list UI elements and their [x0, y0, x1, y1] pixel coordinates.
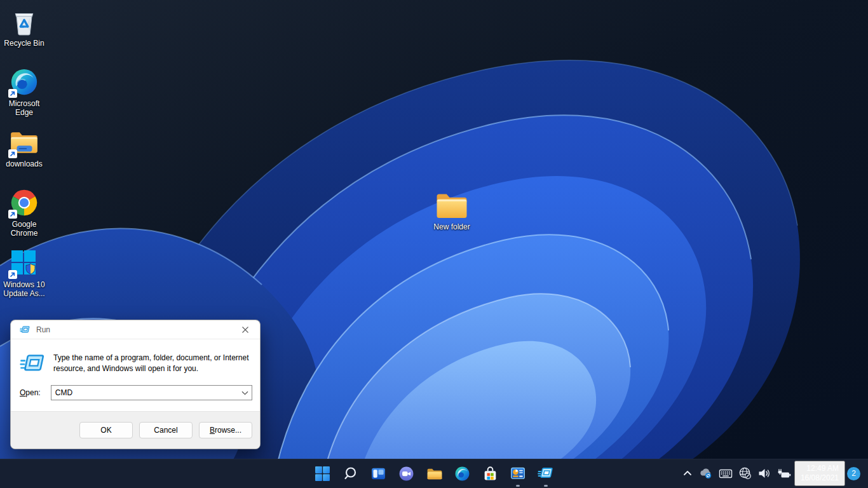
onedrive-tray-button[interactable]: [696, 461, 716, 486]
system-configuration-icon: [510, 465, 526, 482]
volume-icon: [757, 467, 771, 480]
start-button[interactable]: [308, 461, 336, 486]
onedrive-sync-icon: [698, 467, 714, 480]
run-app-button[interactable]: [532, 461, 560, 486]
run-dialog-title: Run: [36, 325, 50, 334]
edge-button[interactable]: [448, 461, 476, 486]
file-explorer-button[interactable]: [420, 461, 448, 486]
desktop-icon-microsoft-edge[interactable]: Microsoft Edge: [0, 64, 48, 125]
desktop-icon-label: Microsoft Edge: [1, 99, 47, 117]
desktop-icon-recycle-bin[interactable]: Recycle Bin: [0, 4, 48, 64]
shortcut-arrow-icon: [8, 89, 17, 98]
clock[interactable]: 12:49 AM 16/08/2021: [794, 461, 845, 486]
system-tray: 12:49 AM 16/08/2021 2: [679, 459, 868, 488]
recycle-bin-icon: [10, 7, 39, 36]
desktop-icon-label: Recycle Bin: [4, 39, 44, 48]
hidden-icons-chevron[interactable]: [679, 461, 696, 486]
system-configuration-button[interactable]: [504, 461, 532, 486]
open-field-label: Open:: [20, 388, 51, 397]
tray-time: 12:49 AM: [806, 464, 839, 473]
desktop-icon-label: Google Chrome: [1, 220, 47, 238]
desktop-icon-downloads[interactable]: downloads: [0, 125, 48, 185]
shortcut-arrow-icon: [8, 270, 17, 279]
combobox-dropdown-icon[interactable]: [238, 386, 252, 400]
run-app-icon: [20, 325, 31, 334]
shortcut-arrow-icon: [8, 149, 17, 158]
volume-tray-button[interactable]: [755, 461, 774, 486]
desktop-icon-label: Windows 10 Update As...: [1, 280, 47, 298]
run-app-icon-large: [20, 353, 46, 374]
microsoft-store-button[interactable]: [476, 461, 504, 486]
touch-keyboard-button[interactable]: [716, 461, 735, 486]
network-tray-button[interactable]: [735, 461, 755, 486]
shortcut-arrow-icon: [8, 210, 17, 219]
desktop-icon-windows-10-update-assistant[interactable]: Windows 10 Update As...: [0, 245, 48, 306]
tray-date: 16/08/2021: [801, 473, 839, 483]
run-dialog-window: Run Type the name of a program, folder, …: [10, 320, 261, 449]
cancel-button[interactable]: Cancel: [139, 422, 193, 438]
task-view-icon: [370, 466, 386, 482]
taskbar-center-icons: [308, 459, 560, 488]
start-icon: [315, 466, 330, 482]
open-combobox-input[interactable]: [51, 388, 238, 397]
run-dialog-footer: OK Cancel Browse...: [11, 411, 260, 449]
file-explorer-icon: [426, 466, 442, 482]
search-button[interactable]: [336, 461, 364, 486]
desktop-icon-new-folder[interactable]: New folder: [421, 189, 482, 231]
browse-button[interactable]: Browse...: [199, 422, 252, 438]
battery-charging-icon: [776, 467, 792, 480]
running-indicator: [544, 485, 548, 487]
desktop-icon-label: downloads: [6, 159, 42, 168]
ok-button[interactable]: OK: [79, 422, 133, 438]
taskbar: 12:49 AM 16/08/2021 2: [0, 459, 868, 488]
task-view-button[interactable]: [364, 461, 392, 486]
microsoft-store-icon: [482, 466, 498, 482]
running-indicator: [516, 485, 520, 487]
keyboard-icon: [719, 467, 733, 480]
chat-button[interactable]: [392, 461, 420, 486]
chevron-up-icon: [682, 468, 693, 479]
run-dialog-message: Type the name of a program, folder, docu…: [53, 353, 252, 374]
desktop-icon-google-chrome[interactable]: Google Chrome: [0, 185, 48, 245]
desktop-icon-column: Recycle Bin Microsoft Edge: [0, 4, 48, 306]
desktop-icon-label: New folder: [433, 222, 470, 231]
run-app-icon: [538, 466, 554, 480]
run-dialog-titlebar[interactable]: Run: [11, 320, 260, 339]
open-combobox: [51, 385, 252, 400]
notification-count-badge[interactable]: 2: [847, 467, 860, 480]
close-icon[interactable]: [233, 320, 258, 339]
battery-tray-button[interactable]: [774, 461, 794, 486]
network-offline-globe-icon: [738, 466, 752, 480]
new-folder-icon: [435, 189, 469, 221]
microsoft-edge-icon: [454, 466, 470, 482]
chat-icon: [398, 466, 414, 482]
search-icon: [342, 466, 358, 481]
